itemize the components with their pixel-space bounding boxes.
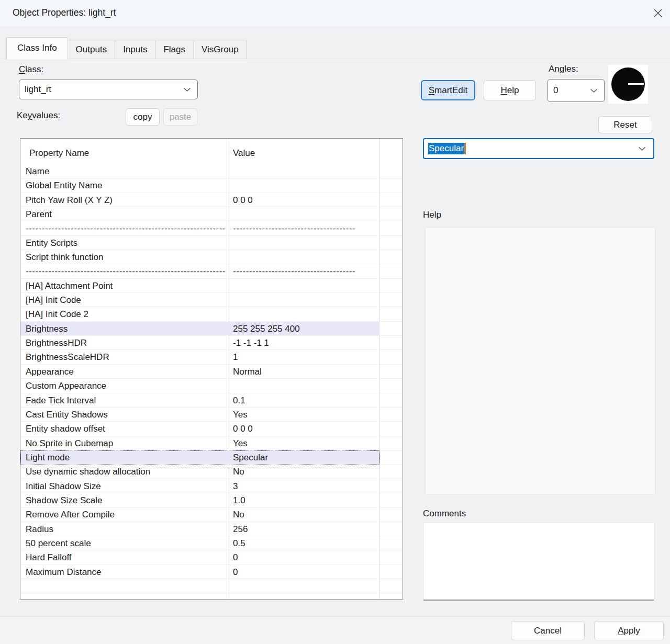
property-name-cell: Light mode [26, 450, 226, 465]
tab-visgroup[interactable]: VisGroup [193, 40, 247, 59]
property-name-cell: Entity shadow offset [26, 422, 226, 436]
property-table[interactable]: Property Name Value NameGlobal Entity Na… [20, 138, 403, 600]
smartedit-button[interactable]: SmartEdit [421, 80, 475, 100]
property-value-cell: 1.0 [233, 493, 378, 507]
chevron-down-icon [638, 143, 646, 154]
property-name-cell: Use dynamic shadow allocation [26, 465, 226, 479]
value-dropdown[interactable]: Specular [423, 138, 654, 159]
property-value-cell: Specular [233, 450, 378, 465]
paste-button: paste [163, 108, 197, 126]
property-name-cell: Pitch Yaw Roll (X Y Z) [26, 193, 226, 207]
property-value-cell: 0 0 0 [233, 422, 378, 436]
table-row[interactable]: Script think function [20, 250, 403, 264]
cancel-button[interactable]: Cancel [511, 621, 585, 640]
table-row[interactable]: No Sprite in CubemapYes [20, 436, 403, 450]
property-name-cell: Fade Tick Interval [26, 393, 226, 408]
table-row[interactable]: Name [20, 164, 403, 178]
table-row[interactable]: Remove After CompileNo [20, 507, 403, 522]
help-button-label: Help [501, 85, 519, 96]
title-bar: Object Properties: light_rt [0, 0, 670, 26]
apply-button-label: Apply [618, 626, 640, 636]
table-row[interactable]: Cast Entity ShadowsYes [20, 408, 403, 422]
property-name-cell: [HA] Init Code 2 [26, 307, 226, 321]
property-name-cell: Initial Shadow Size [26, 479, 226, 493]
close-button[interactable] [650, 6, 666, 21]
text-caret [464, 143, 466, 154]
help-panel-title: Help [423, 210, 441, 220]
class-combobox[interactable]: light_rt [19, 80, 198, 99]
property-name-cell: Entity Scripts [26, 236, 226, 250]
property-value-cell: -------------------------------------- [233, 221, 378, 235]
property-table-rows: NameGlobal Entity NamePitch Yaw Roll (X … [20, 164, 403, 600]
angles-combobox[interactable]: 0 [548, 79, 605, 102]
property-name-cell: BrightnessScaleHDR [26, 350, 226, 364]
reset-button[interactable]: Reset [598, 116, 652, 133]
property-name-cell: Hard Falloff [26, 550, 226, 564]
smartedit-button-label: SmartEdit [429, 85, 468, 96]
property-name-cell: Radius [26, 522, 226, 536]
property-name-cell: ----------------------------------------… [26, 221, 226, 235]
property-name-cell: No Sprite in Cubemap [26, 436, 226, 450]
table-row[interactable]: Fade Tick Interval0.1 [20, 393, 403, 408]
property-name-cell: Script think function [26, 250, 226, 264]
property-value-cell: 0.5 [233, 536, 378, 550]
property-name-header: Property Name [29, 148, 89, 159]
table-row[interactable]: Brightness255 255 255 400 [20, 322, 403, 336]
apply-button[interactable]: Apply [594, 621, 664, 640]
comments-input[interactable] [423, 523, 654, 601]
table-row[interactable]: Global Entity Name [20, 178, 403, 193]
property-name-cell: Custom Appearance [26, 379, 226, 393]
table-divider-row[interactable]: ----------------------------------------… [20, 221, 403, 235]
table-row[interactable]: Use dynamic shadow allocationNo [20, 465, 403, 479]
table-row[interactable]: Radius256 [20, 522, 403, 536]
table-row[interactable]: [HA] Init Code [20, 293, 403, 307]
property-name-cell: Remove After Compile [26, 507, 226, 522]
angle-dial-pointer-icon [628, 83, 644, 85]
table-row[interactable]: Light modeSpecular [20, 450, 403, 465]
table-row[interactable]: BrightnessScaleHDR1 [20, 350, 403, 364]
table-row[interactable]: Pitch Yaw Roll (X Y Z)0 0 0 [20, 193, 403, 207]
property-value-cell: Normal [233, 365, 378, 379]
table-row[interactable]: AppearanceNormal [20, 365, 403, 379]
window-title: Object Properties: light_rt [13, 7, 116, 18]
table-row[interactable]: [HA] Attachment Point [20, 279, 403, 293]
property-name-cell: Global Entity Name [26, 178, 226, 193]
table-row[interactable]: Entity Scripts [20, 236, 403, 250]
table-row[interactable]: Entity shadow offset0 0 0 [20, 422, 403, 436]
keyvalues-label: Keyvalues: [17, 110, 60, 121]
tab-inputs[interactable]: Inputs [115, 40, 155, 59]
table-row[interactable] [20, 593, 403, 600]
table-row[interactable] [20, 579, 403, 593]
property-value-cell: -1 -1 -1 1 [233, 336, 378, 350]
value-dropdown-selected-text: Specular [428, 143, 464, 154]
property-name-cell: [HA] Attachment Point [26, 279, 226, 293]
help-panel-content [425, 227, 655, 494]
property-name-cell: Appearance [26, 365, 226, 379]
object-properties-dialog: Object Properties: light_rt Class InfoOu… [0, 0, 670, 644]
property-value-cell: 255 255 255 400 [233, 322, 378, 336]
property-name-cell: Parent [26, 207, 226, 221]
table-row[interactable]: Parent [20, 207, 403, 221]
tab-flags[interactable]: Flags [155, 40, 194, 59]
table-row[interactable]: Custom Appearance [20, 379, 403, 393]
table-row[interactable]: Hard Falloff0 [20, 550, 403, 564]
table-divider-row[interactable]: ----------------------------------------… [20, 264, 403, 278]
table-row[interactable]: Initial Shadow Size3 [20, 479, 403, 493]
tab-outputs[interactable]: Outputs [68, 40, 116, 59]
copy-button[interactable]: copy [126, 108, 160, 126]
table-row[interactable]: BrightnessHDR-1 -1 -1 1 [20, 336, 403, 350]
angle-dial[interactable] [608, 65, 648, 104]
property-value-cell: Yes [233, 436, 378, 450]
value-header: Value [233, 148, 255, 159]
table-row[interactable]: Maximum Distance0 [20, 565, 403, 579]
table-row[interactable]: 50 percent scale0.5 [20, 536, 403, 550]
class-label: Class: [19, 64, 43, 75]
table-row[interactable]: [HA] Init Code 2 [20, 307, 403, 321]
table-row[interactable]: Shadow Size Scale1.0 [20, 493, 403, 507]
tab-class-info[interactable]: Class Info [6, 37, 68, 59]
help-button[interactable]: Help [484, 80, 536, 100]
property-name-cell: Maximum Distance [26, 565, 226, 579]
property-name-cell: Cast Entity Shadows [26, 408, 226, 422]
class-combobox-value: light_rt [25, 84, 51, 95]
chevron-down-icon [183, 84, 191, 95]
